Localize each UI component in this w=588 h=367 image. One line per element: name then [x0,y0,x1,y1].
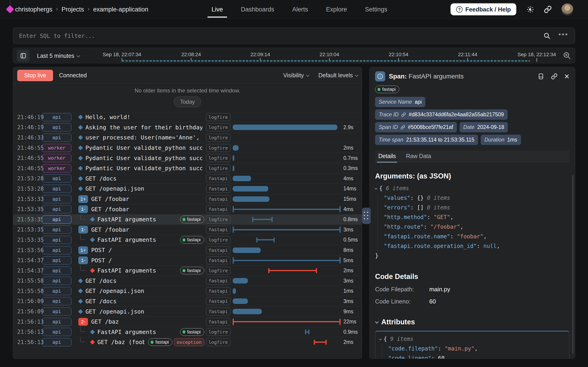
code-filepath-value: main.py [429,286,450,293]
span-tag-fastapi: fastapi [206,185,230,193]
feedback-help-button[interactable]: ? Feedback / Help [450,3,517,16]
span-diamond-icon [78,135,83,140]
no-older-items-text: No older items in the selected time wind… [13,87,362,94]
primary-nav: LiveDashboardsAlertsExploreSettings [210,0,389,19]
span-message: GET /openapi.json [86,288,144,294]
span-kind-label: Span: [389,73,407,80]
stop-live-button[interactable]: Stop live [17,70,53,81]
sql-filter-input[interactable] [13,28,543,44]
breadcrumb-org[interactable]: christophergs [15,6,52,13]
span-tags: fastapi [202,185,233,193]
trace-row[interactable]: 21:53:35apiFastAPI argumentsfastapilogfi… [13,235,362,245]
breadcrumb-project[interactable]: example-application [93,6,148,13]
expand-badge[interactable]: 1- [78,205,88,213]
row-timestamp: 21:53:35 [13,226,40,233]
trace-row[interactable]: 21:53:35apiFastAPI argumentsfastapilogfi… [13,214,362,225]
tab-explore[interactable]: Explore [325,0,348,19]
expand-badge[interactable]: 1+ [78,246,88,254]
tab-raw-data[interactable]: Raw Data [406,153,431,162]
dock-panel-icon[interactable] [538,73,544,80]
chip-link-icon[interactable] [401,112,406,117]
trace-row[interactable]: 21:54:37apiFastAPI argumentsfastapilogfi… [13,265,362,276]
trace-row[interactable]: 21:55:58apiGET /docsfastapi3ms [13,276,362,286]
sidebar-toggle-button[interactable] [17,50,30,62]
json-line: "http.method": "GET", [375,212,569,222]
duration-bar-zone [233,112,341,122]
row-timestamp: 21:54:37 [13,257,40,264]
breadcrumb-projects[interactable]: Projects [61,6,84,13]
trace-row[interactable]: 21:46:19apiHello, world!logfire [13,112,362,122]
trace-row[interactable]: 21:46:33apiuser processed: User(name='An… [13,132,362,143]
theme-toggle-button[interactable] [527,6,534,13]
close-panel-button[interactable]: × [564,72,569,81]
collapse-chevron-icon[interactable] [379,338,381,340]
metadata-chip: Date2024-09-18 [460,122,508,132]
service-badge: api [42,195,71,203]
trace-row[interactable]: 21:53:56api1+POST /fastapi8ms [13,245,362,255]
duration-bar [233,248,261,253]
service-badge: api [42,338,71,346]
time-range-dropdown[interactable]: Last 5 minutes [37,48,79,64]
detail-scrollbar[interactable] [572,175,573,354]
span-tag-fastapi: fastapi [206,195,230,203]
trace-row[interactable]: 21:56:09apiGET /docsfastapi3ms [13,296,362,307]
span-message: Asking the user for their birthday [86,124,202,131]
visibility-dropdown[interactable]: Visibility [283,72,309,79]
service-badge: api [42,113,71,121]
trace-row[interactable]: 21:53:35api1-GET /foobarfastapi3ms [13,225,362,235]
trace-row[interactable]: 21:56:13apiFastAPI argumentsfastapilogfi… [13,327,362,337]
expand-badge[interactable]: 2- [78,318,88,326]
chip-link-icon[interactable] [401,125,405,130]
attributes-heading[interactable]: Attributes [375,318,569,326]
span-duration: 2ms [341,339,362,345]
search-icon[interactable] [543,32,551,40]
share-link-button[interactable] [544,6,552,13]
span-tag-fastapi: fastapi [180,267,204,274]
span-duration: 4ms [341,175,362,182]
expand-badge[interactable]: 1- [78,257,88,264]
expand-badge[interactable]: 1- [78,226,88,234]
span-tags: fastapi [202,246,233,254]
logfire-logo-icon[interactable] [6,5,14,13]
trace-row[interactable]: 21:53:28apiGET /openapi.jsonfastapi14ms [13,184,362,194]
metadata-chip: Trace ID#d834c3374dd6fa2e4aa82a55ab21750… [375,109,508,120]
trace-row[interactable]: 21:56:13api2-GET /bazfastapi22ms [13,317,362,327]
service-badge: api [42,205,71,213]
brand-line [10,0,10,6]
tab-settings[interactable]: Settings [363,0,389,19]
trace-row[interactable]: 21:53:35api1-GET /foobarfastapi4ms [13,204,362,214]
collapse-chevron-icon[interactable] [375,187,377,190]
trace-row[interactable]: 21:53:28apiGET /docsfastapi4ms [13,173,362,184]
trace-row[interactable]: 21:46:19apiAsking the user for their bir… [13,122,362,133]
timeline-zoom-button[interactable] [562,51,571,60]
chip-value: #d834c3374dd6fa2e4aa82a55ab217509 [409,111,504,118]
duration-bar [233,155,234,161]
span-tag-fastapi: fastapi [206,318,230,326]
copy-link-icon[interactable] [551,73,557,80]
tab-details[interactable]: Details [378,153,396,162]
trace-row[interactable]: 21:54:37api1-POST /fastapi5ms [13,255,362,265]
span-diamond-icon [78,156,83,161]
trace-row[interactable]: 21:46:55workerPydantic User validate_pyt… [13,143,362,153]
tab-dashboards[interactable]: Dashboards [240,0,276,19]
expand-badge[interactable]: 1+ [78,195,88,203]
today-button[interactable]: Today [174,97,201,107]
trace-row[interactable]: 21:46:55workerPydantic User validate_pyt… [13,163,362,173]
trace-row[interactable]: 21:53:33api1+GET /foobarfastapi15ms [13,194,362,204]
trace-row[interactable]: 21:46:55workerPydantic User validate_pyt… [13,153,362,163]
trace-row[interactable]: 21:56:09apiGET /openapi.jsonfastapi9ms [13,306,362,317]
tab-alerts[interactable]: Alerts [291,0,309,19]
panel-divider-handle[interactable] [362,208,371,224]
trace-row[interactable]: 21:56:13apiGET /baz (foobar)fastapiexcep… [13,337,362,347]
metadata-chip: Time span21:53:35.114 to 21:53:35.115 [375,135,478,145]
metadata-chip: Duration1ms [481,135,521,145]
sql-filter-bar: ••• [13,27,575,44]
metadata-chip: Service Nameapi [375,97,425,107]
user-avatar[interactable] [561,3,573,15]
tab-live[interactable]: Live [210,0,225,19]
trace-row[interactable]: 21:55:58apiGET /openapi.jsonfastapi1ms [13,286,362,296]
duration-bar [314,340,327,345]
duration-bar-zone [233,143,341,153]
default-levels-dropdown[interactable]: Default levels [318,72,358,79]
duration-bar [233,319,341,325]
